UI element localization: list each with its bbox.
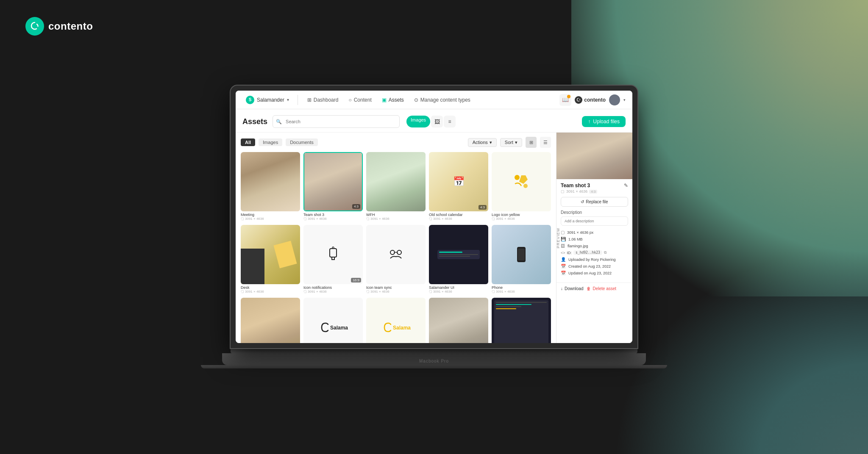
tab-documents[interactable]: Documents xyxy=(286,138,318,146)
filter-options-btn[interactable]: ≡ xyxy=(444,116,456,127)
desc-input[interactable] xyxy=(561,216,628,226)
image-card-icon-sync[interactable]: Icon team sync ▢3091 × 4636 xyxy=(366,225,426,293)
delete-asset-btn[interactable]: 🗑 Delete asset xyxy=(587,286,616,291)
img-label-meeting: Meeting xyxy=(241,213,300,217)
nav-item-assets[interactable]: ▣ Assets xyxy=(378,95,408,105)
nav-right: 📖 contento ▾ xyxy=(559,94,626,106)
meta-text-created: Created on Aug 23, 2022 xyxy=(568,264,611,269)
image-card-teamcollab[interactable]: Team collab ▢3091 × 4636 xyxy=(429,298,488,343)
notifications-btn[interactable]: 📖 xyxy=(559,94,571,106)
upload-files-btn[interactable]: ↑ Upload files xyxy=(582,116,626,127)
preview-title-row: Team shot 3 ✎ xyxy=(561,183,628,188)
image-card-teamshot3[interactable]: 4:3 Team shot 3 ▢3091 × 4636 xyxy=(303,152,363,221)
updated-icon: 📅 xyxy=(561,271,566,275)
img-meta-teamshot3: ▢3091 × 4636 xyxy=(303,217,363,221)
image-card-desk[interactable]: Desk ▢3091 × 4636 xyxy=(241,225,300,293)
assets-icon: ▣ xyxy=(382,97,387,103)
img-thumb-logo-yellow xyxy=(492,152,551,211)
nav-item-content[interactable]: ○ Content xyxy=(344,95,376,105)
img-label-teamshot3: Team shot 3 xyxy=(303,213,363,217)
svg-rect-2 xyxy=(330,249,337,257)
user-avatar-btn[interactable] xyxy=(609,94,620,105)
meta-text-dims: 3091 × 4636 px xyxy=(567,230,593,235)
img-meta-wfh: ▢3091 × 4636 xyxy=(366,217,426,221)
notification-badge xyxy=(567,95,570,98)
content-icon: ○ xyxy=(348,97,351,103)
created-icon: 📅 xyxy=(561,264,566,269)
meta-row-size: 💾 1.06 MB xyxy=(561,237,628,241)
image-card-logo-yellow[interactable]: Logo icon yellow ▢3091 × 4636 xyxy=(492,152,551,221)
img-meta-sal-ui: ▢3091 × 4636 xyxy=(429,290,488,293)
svg-point-5 xyxy=(397,250,401,255)
preview-title: Team shot 3 xyxy=(561,183,590,188)
nav-item-dashboard[interactable]: ⊞ Dashboard xyxy=(303,95,343,105)
sort-chevron-icon: ▾ xyxy=(515,140,517,145)
image-card-wfh[interactable]: WFH ▢3091 × 4636 xyxy=(366,152,426,221)
img-label-phone: Phone xyxy=(492,285,551,290)
img-badge-teamshot3: 4:3 xyxy=(352,204,360,209)
image-card-calendar[interactable]: 📅 4:3 Old school calendar ▢3091 × 4636 xyxy=(429,152,488,221)
outer-logo-icon xyxy=(25,17,44,36)
preview-tab-label: Preview xyxy=(556,227,560,248)
image-card-icon-notif[interactable]: 16:9 Icon notifications ▢3091 × 4636 xyxy=(303,225,363,293)
actions-chevron-icon: ▾ xyxy=(490,140,492,145)
macbook-feet xyxy=(201,365,667,368)
id-icon: <> xyxy=(561,251,565,255)
replace-file-btn[interactable]: ↺ Replace file xyxy=(561,197,628,207)
sort-btn[interactable]: Sort ▾ xyxy=(500,138,522,147)
actions-btn[interactable]: Actions ▾ xyxy=(468,138,497,147)
img-thumb-logo-black: Salamander xyxy=(303,298,363,343)
img-thumb-remote xyxy=(241,298,300,343)
delete-icon: 🗑 xyxy=(587,286,591,291)
user-icon: 👤 xyxy=(561,257,566,262)
image-card-ui-timeline[interactable]: 1:1 UI - timeline ▢3091 × 4636 xyxy=(492,298,551,343)
list-view-btn[interactable]: ☰ xyxy=(540,137,551,148)
workspace-selector[interactable]: S Salamander ▾ xyxy=(242,94,292,106)
img-thumb-meeting xyxy=(241,152,300,211)
image-grid-row3: Remote work ▢3091 × 4636 xyxy=(241,298,551,343)
img-meta-logo-yellow: ▢3091 × 4636 xyxy=(492,217,551,221)
preview-actions: ↓ Download 🗑 Delete asset xyxy=(556,282,632,294)
preview-edit-btn[interactable]: ✎ xyxy=(624,183,628,188)
macbook-hinge xyxy=(231,348,637,353)
image-card-logo-black[interactable]: Salamander Logo black ▢3091 × 4636 xyxy=(303,298,363,343)
image-card-remote[interactable]: Remote work ▢3091 × 4636 xyxy=(241,298,300,343)
size-icon: 💾 xyxy=(561,237,566,241)
nav-item-manage[interactable]: ⊙ Manage content types xyxy=(410,95,475,105)
filter-tab-images[interactable]: Images xyxy=(406,116,430,127)
image-card-meeting[interactable]: Meeting ▢3091 × 4636 xyxy=(241,152,300,221)
meta-row-dims: ▢ 3091 × 4636 px xyxy=(561,230,628,235)
grid-view-btn[interactable]: ⊞ xyxy=(526,137,537,148)
copy-icon[interactable]: ⧉ xyxy=(604,250,606,255)
macbook-screen: S Salamander ▾ ⊞ Dashboard ○ Content ▣ A… xyxy=(231,86,637,348)
img-label-calendar: Old school calendar xyxy=(429,213,488,217)
meta-text-uploaded: Uploaded by Rory Pickering xyxy=(568,257,616,262)
img-thumb-sal-ui xyxy=(429,225,488,284)
meta-row-filename: 🖼 flamingo.jpg xyxy=(561,244,628,248)
image-card-sal-ui[interactable]: Salamander UI ▢3091 × 4636 xyxy=(429,225,488,293)
outer-logo: contento xyxy=(25,17,93,36)
user-chevron-icon: ▾ xyxy=(623,98,626,102)
content-area: Assets 🔍 Images 🖼 ≡ ↑ Upload files xyxy=(236,109,632,343)
search-input[interactable] xyxy=(273,115,400,128)
brand-logo: contento xyxy=(575,96,606,104)
img-label-desk: Desk xyxy=(241,285,300,290)
nav-item-manage-label: Manage content types xyxy=(420,97,470,103)
svg-text:Salamander: Salamander xyxy=(393,325,411,331)
image-grid-row1: Meeting ▢3091 × 4636 4:3 xyxy=(241,152,551,221)
nav-item-assets-label: Assets xyxy=(389,97,404,103)
img-thumb-desk xyxy=(241,225,300,284)
tab-all[interactable]: All xyxy=(241,138,255,146)
meta-text-updated: Updated on Aug 23, 2022 xyxy=(568,271,612,275)
img-meta-icon-sync: ▢3091 × 4636 xyxy=(366,290,426,293)
macbook-label: Macbook Pro xyxy=(419,359,449,363)
img-thumb-calendar: 📅 4:3 xyxy=(429,152,488,211)
img-thumb-teamcollab xyxy=(429,298,488,343)
image-card-logo-yellow2[interactable]: Salamander Logo yellow ▢3091 × 4636 xyxy=(366,298,426,343)
filter-tabs: Images 🖼 ≡ xyxy=(406,116,456,127)
meta-text-filename: flamingo.jpg xyxy=(568,244,588,248)
image-card-phone[interactable]: Phone ▢3091 × 4636 xyxy=(492,225,551,293)
tab-images[interactable]: Images xyxy=(259,138,282,146)
download-btn[interactable]: ↓ Download xyxy=(561,286,583,291)
preview-panel: Preview Team shot 3 ✎ ▢ xyxy=(556,133,632,343)
